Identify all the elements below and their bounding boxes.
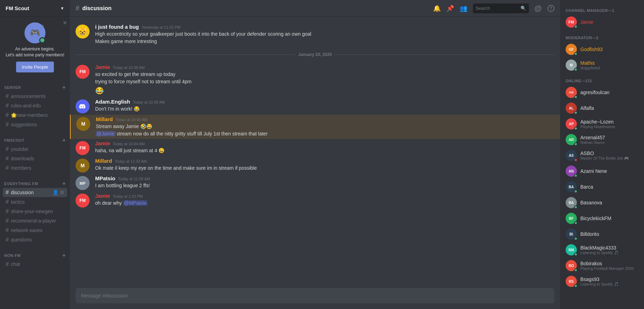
category-non-fm-add[interactable]: +: [62, 252, 66, 259]
member-bobirakos[interactable]: BO Bobirakos Playing Football Manager 20…: [563, 258, 641, 273]
member-avatar-basanova: BA: [566, 197, 577, 208]
member-status-bobirakos: [574, 268, 578, 272]
category-fmscout-header[interactable]: FMSCOUT +: [3, 136, 67, 144]
message-text-5: haha, na will just stream at 4 😄: [95, 147, 554, 154]
jamie-mention: @Jamie: [96, 131, 115, 136]
hash-icon: #: [6, 93, 9, 99]
member-status-jamie: [574, 25, 578, 28]
channel-recommend-a-player[interactable]: # recommend-a-player: [3, 216, 67, 225]
member-mathis[interactable]: M Mathis doggyfisted: [563, 57, 641, 73]
profile-stars-decoration: ✦: [41, 24, 44, 28]
member-initials-bsags93: BS: [569, 280, 574, 283]
server-header[interactable]: FM Scout ▼: [0, 0, 70, 17]
search-box[interactable]: 🔍: [473, 3, 529, 13]
member-initials-agresifoulcan: AG: [569, 91, 574, 94]
channel-name: discussion: [82, 5, 112, 12]
channel-share-your-newgen[interactable]: # share-your-newgen: [3, 207, 67, 216]
channel-suggestions[interactable]: # suggestions: [3, 120, 67, 129]
member-blackmagic[interactable]: BM BlackMagic4333 Listening to Spotify 🎵: [563, 242, 641, 258]
member-name-basanova: Basanova: [580, 200, 638, 205]
member-status-mathis: [574, 68, 578, 71]
chat-input[interactable]: [81, 289, 549, 302]
search-input[interactable]: [476, 6, 518, 11]
category-everything-fm-header[interactable]: EVERYTHING FM +: [3, 180, 67, 188]
category-everything-fm-add[interactable]: +: [62, 181, 66, 187]
member-status-text-bobirakos: Playing Football Manager 2020: [580, 266, 638, 271]
member-initials-billdorito: BI: [569, 232, 573, 236]
member-azami-nene[interactable]: AN Azami Nene: [563, 163, 641, 179]
member-jamie[interactable]: FM Jamie: [563, 14, 641, 30]
channel-rules-and-info[interactable]: # rules-and-info: [3, 101, 67, 110]
channel-chat[interactable]: # chat: [3, 260, 67, 269]
channel-new-members[interactable]: # 🌟new-members: [3, 111, 67, 120]
message-content-6: Millard Today at 11:33 AM Ok mate il kee…: [95, 158, 554, 173]
member-godfish93[interactable]: GF Godfish93: [563, 42, 641, 57]
invite-people-button[interactable]: Invite People: [16, 62, 54, 72]
member-name-blackmagic: BlackMagic4333: [580, 245, 638, 251]
svg-text:M: M: [80, 163, 85, 168]
member-name-bicycle: BicyclekickFM: [580, 216, 638, 221]
member-status-bicycle: [574, 221, 578, 225]
member-name-alfalfa: Alfalfa: [580, 105, 638, 111]
settings-icon[interactable]: ⚙: [60, 190, 64, 195]
hash-icon: #: [6, 112, 9, 118]
category-non-fm-header[interactable]: NON-FM +: [3, 252, 67, 259]
member-initials-basanova: BA: [569, 201, 574, 205]
message-content-7: MPatsio Today at 11:59 AM I am bottling …: [95, 175, 554, 190]
message-author-1: i just found a bug: [95, 24, 139, 30]
member-status-basanova: [574, 205, 578, 209]
member-initials-godfish93: GF: [569, 48, 574, 51]
message-header-7: MPatsio Today at 11:59 AM: [95, 175, 554, 181]
svg-text:M: M: [81, 121, 85, 127]
member-bicyclekickfm[interactable]: BF BicyclekickFM: [563, 211, 641, 226]
member-name-jamie: Jamie: [580, 19, 638, 25]
members-icon[interactable]: 👥: [460, 5, 467, 12]
channel-questions[interactable]: # questions: [3, 235, 67, 244]
add-member-icon[interactable]: 👤: [52, 190, 58, 195]
member-billdorito[interactable]: BI Billdorito: [563, 226, 641, 242]
member-arsenal457[interactable]: AR Arsenal457 Nathan Siarov: [563, 132, 641, 147]
pin-icon[interactable]: 📌: [446, 5, 454, 12]
bell-icon[interactable]: 🔔: [433, 5, 441, 12]
member-agresifoulcan[interactable]: AG agresifoulcan: [563, 85, 641, 100]
channel-downloads[interactable]: # downloads: [3, 154, 67, 163]
message-text-8: oh dear why @MPatsio: [95, 199, 554, 207]
member-asbo[interactable]: AS ASBO Master Of The Bottle Job 🎮: [563, 148, 641, 163]
channel-network-saves[interactable]: # network-saves: [3, 226, 67, 235]
member-status-alfalfa: [574, 111, 578, 114]
member-avatar-bicycle: BF: [566, 213, 577, 224]
member-info-bicycle: BicyclekickFM: [580, 216, 638, 221]
member-status-azami: [574, 174, 578, 177]
category-server-add[interactable]: +: [62, 84, 66, 91]
message-6: M Millard Today at 11:33 AM Ok mate il k…: [70, 156, 560, 174]
member-alfalfa[interactable]: AL Alfalfa: [563, 100, 641, 116]
message-header-4: Millard Today at 10:40 AM: [96, 116, 554, 122]
member-status-apache: [574, 127, 578, 130]
category-server-header[interactable]: SERVER +: [3, 84, 67, 91]
channel-youtube[interactable]: # youtube: [3, 145, 67, 154]
at-icon[interactable]: @: [535, 4, 542, 13]
channel-members[interactable]: # members: [3, 163, 67, 173]
profile-avatar-container: · · · 🎮 ✦: [24, 22, 45, 43]
channel-announcements[interactable]: # announcements: [3, 92, 67, 101]
member-status-arsenal: [574, 142, 578, 146]
category-everything-fm: EVERYTHING FM + # discussion 👤 ⚙ # tacti…: [0, 174, 70, 246]
member-basanova[interactable]: BA Basanova: [563, 195, 641, 210]
member-avatar-blackmagic: BM: [566, 244, 577, 255]
channel-tactics[interactable]: # tactics: [3, 197, 67, 206]
header-icons: 🔔 📌 👥 🔍 @ ?: [433, 3, 554, 13]
member-apache-lozen[interactable]: AP Apache--Lozen Playing Hearthstone: [563, 116, 641, 132]
profile-close-button[interactable]: ✕: [63, 20, 67, 26]
member-bsags93[interactable]: BS Bsags93 Listening to Spotify 🎵: [563, 274, 641, 289]
member-status-text-arsenal: Nathan Siarov: [580, 140, 638, 145]
member-barca[interactable]: BA Barca: [563, 179, 641, 195]
hash-icon: #: [6, 218, 9, 224]
category-fmscout-add[interactable]: +: [62, 137, 66, 143]
member-status-text-bsags93: Listening to Spotify 🎵: [580, 282, 638, 287]
member-name-bobirakos: Bobirakos: [580, 261, 638, 266]
member-avatar-bobirakos: BO: [566, 260, 577, 271]
channel-discussion[interactable]: # discussion 👤 ⚙: [3, 188, 67, 197]
help-icon[interactable]: ?: [547, 5, 554, 12]
message-timestamp-5: Today at 10:44 AM: [113, 142, 145, 146]
chat-header: # discussion 🔔 📌 👥 🔍 @ ?: [70, 0, 560, 17]
